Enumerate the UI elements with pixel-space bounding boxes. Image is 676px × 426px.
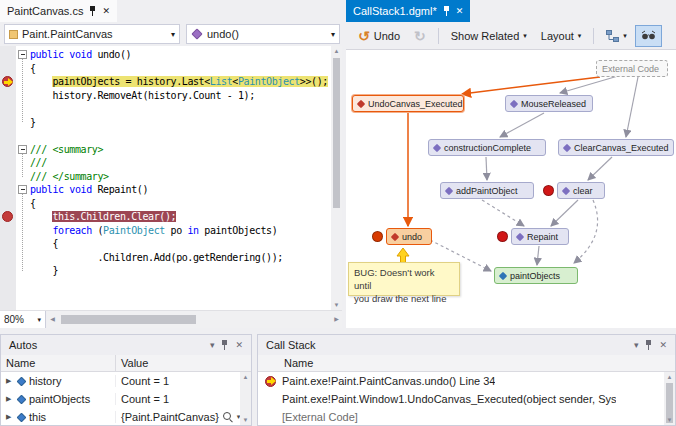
autos-row[interactable]: ▶this{Paint.PaintCanvas}▾	[1, 408, 240, 425]
window-menu-icon[interactable]: ▾	[210, 341, 215, 350]
node-undo[interactable]: undo	[386, 228, 432, 245]
code-line[interactable]: {	[30, 62, 331, 76]
node-addpaintobject[interactable]: addPaintObject	[440, 182, 534, 199]
node-paintobjects[interactable]: paintObjects	[494, 267, 578, 284]
autos-row[interactable]: ▶paintObjectsCount = 1	[1, 390, 240, 408]
code-line[interactable]	[30, 129, 331, 143]
zoom-dropdown[interactable]: 80% ▾	[0, 311, 46, 328]
autos-row[interactable]: ▶historyCount = 1	[1, 372, 240, 390]
current-frame-icon	[258, 376, 282, 387]
node-label: clear	[573, 186, 593, 196]
scroll-down-arrow[interactable]: ▼	[664, 415, 675, 425]
layout-direction-button[interactable]: ▾	[600, 25, 633, 47]
analyzer-toggle-button[interactable]	[635, 25, 662, 47]
close-icon[interactable]: ✕	[659, 341, 667, 350]
code-line[interactable]: this.Children.Clear();	[30, 210, 331, 224]
scrollbar-thumb[interactable]	[61, 315, 196, 324]
scroll-right-arrow[interactable]: ▶	[331, 311, 342, 328]
bug-note[interactable]: BUG: Doesn't work until you draw the nex…	[348, 262, 460, 296]
fold-toggle[interactable]	[18, 50, 27, 59]
pin-icon[interactable]	[442, 5, 451, 18]
code-line[interactable]: .Children.Add(po.getRendering());	[30, 251, 331, 265]
scrollbar-thumb[interactable]	[333, 58, 340, 208]
magnifier-icon[interactable]	[223, 412, 233, 422]
callstack-frame[interactable]: [External Code]	[258, 408, 664, 425]
note-text-line2: you draw the next line	[354, 292, 454, 305]
members-dropdown[interactable]: undo() ▾	[186, 24, 340, 44]
code-token: }	[30, 265, 58, 276]
layout-dropdown[interactable]: Layout ▾	[535, 25, 588, 47]
column-header-name[interactable]: Name	[1, 355, 116, 371]
show-related-dropdown[interactable]: Show Related ▾	[445, 25, 533, 47]
node-clearcanvas-executed[interactable]: ClearCanvas_Executed	[558, 139, 674, 156]
code-line[interactable]: /// </summary>	[30, 170, 331, 184]
pin-icon[interactable]	[88, 5, 97, 18]
close-icon[interactable]: ✕	[102, 7, 110, 16]
callstack-titlebar[interactable]: Call Stack ▾ ✕	[258, 335, 675, 355]
node-mousereleased[interactable]: MouseReleased	[505, 95, 593, 112]
column-header-value[interactable]: Value	[116, 355, 251, 371]
breakpoint-margin[interactable]	[0, 46, 16, 310]
code-token: foreach	[52, 225, 91, 236]
variable-value: Count = 1	[121, 375, 169, 387]
redo-button[interactable]: ↻	[408, 25, 432, 47]
expand-icon[interactable]: ▶	[6, 377, 14, 385]
node-constructioncomplete[interactable]: constructionComplete	[428, 139, 546, 156]
code-line[interactable]: public void Repaint()	[30, 183, 331, 197]
window-menu-icon[interactable]: ▾	[634, 341, 639, 350]
code-token: {	[30, 238, 58, 249]
node-repaint[interactable]: Repaint	[511, 228, 569, 245]
chevron-down-icon: ▾	[171, 30, 175, 39]
fold-toggle[interactable]	[18, 145, 27, 154]
autos-titlebar[interactable]: Autos ▾ ✕	[1, 335, 251, 355]
undo-button[interactable]: ↺ Undo	[352, 25, 406, 47]
tab-callstack-dgml[interactable]: CallStack1.dgml* ✕	[346, 0, 470, 22]
callstack-vertical-scrollbar[interactable]: ▲ ▼	[664, 372, 675, 425]
code-line[interactable]: }	[30, 116, 331, 130]
code-line[interactable]: history.RemoveAt(history.Count - 1);	[30, 89, 331, 103]
code-line[interactable]: ///	[30, 156, 331, 170]
fold-line	[22, 59, 23, 122]
scroll-up-arrow[interactable]: ▲	[240, 372, 251, 382]
show-related-label: Show Related	[451, 30, 520, 42]
fold-toggle[interactable]	[18, 185, 27, 194]
code-line[interactable]: }	[30, 264, 331, 278]
scroll-down-arrow[interactable]: ▼	[240, 415, 251, 425]
current-statement-breakpoint-icon[interactable]	[2, 76, 13, 87]
types-dropdown[interactable]: Paint.PaintCanvas ▾	[4, 24, 180, 44]
close-icon[interactable]: ✕	[235, 341, 243, 350]
scroll-down-arrow[interactable]: ▼	[331, 300, 342, 310]
callstack-frame[interactable]: Paint.exe!Paint.Window1.UndoCanvas_Execu…	[258, 390, 664, 408]
code-line[interactable]: {	[30, 197, 331, 211]
expand-icon[interactable]: ▶	[6, 395, 14, 403]
code-line[interactable]	[30, 102, 331, 116]
editor-horizontal-scrollbar[interactable]: ◀ ▶	[47, 311, 342, 328]
close-icon[interactable]: ✕	[456, 7, 464, 16]
scroll-up-arrow[interactable]: ▲	[664, 372, 675, 382]
code-line[interactable]: foreach (PaintObject po in paintObjects)	[30, 224, 331, 238]
code-token: Repaint()	[92, 184, 148, 195]
node-clear[interactable]: clear	[557, 182, 605, 199]
code-line[interactable]: public void undo()	[30, 48, 331, 62]
members-dropdown-value: undo()	[207, 28, 239, 40]
callstack-frame[interactable]: Paint.exe!Paint.PaintCanvas.undo() Line …	[258, 372, 664, 390]
scroll-up-arrow[interactable]: ▲	[331, 46, 342, 56]
pin-icon[interactable]	[220, 339, 229, 352]
node-undocanvas-executed[interactable]: UndoCanvas_Executed	[352, 95, 464, 112]
expand-icon[interactable]: ▶	[6, 413, 14, 421]
autos-vertical-scrollbar[interactable]: ▲ ▼	[240, 372, 251, 425]
class-icon	[9, 30, 18, 39]
column-header-name[interactable]: Name	[258, 355, 675, 371]
code-line[interactable]: /// <summary>	[30, 143, 331, 157]
editor-vertical-scrollbar[interactable]: ▲ ▼	[331, 46, 342, 310]
breakpoint-icon[interactable]	[2, 211, 13, 222]
diagram-edge	[574, 200, 598, 263]
tab-paintcanvas[interactable]: PaintCanvas.cs ✕	[0, 0, 117, 22]
code-line[interactable]: paintObjects = history.Last<List<PaintOb…	[30, 75, 331, 89]
pin-icon[interactable]	[644, 339, 653, 352]
node-external-code[interactable]: External Code	[596, 60, 668, 77]
code-editor[interactable]: public void undo(){ paintObjects = histo…	[0, 46, 342, 310]
scroll-left-arrow[interactable]: ◀	[47, 311, 58, 328]
code-line[interactable]: {	[30, 237, 331, 251]
dgml-canvas[interactable]: BUG: Doesn't work until you draw the nex…	[346, 50, 676, 328]
